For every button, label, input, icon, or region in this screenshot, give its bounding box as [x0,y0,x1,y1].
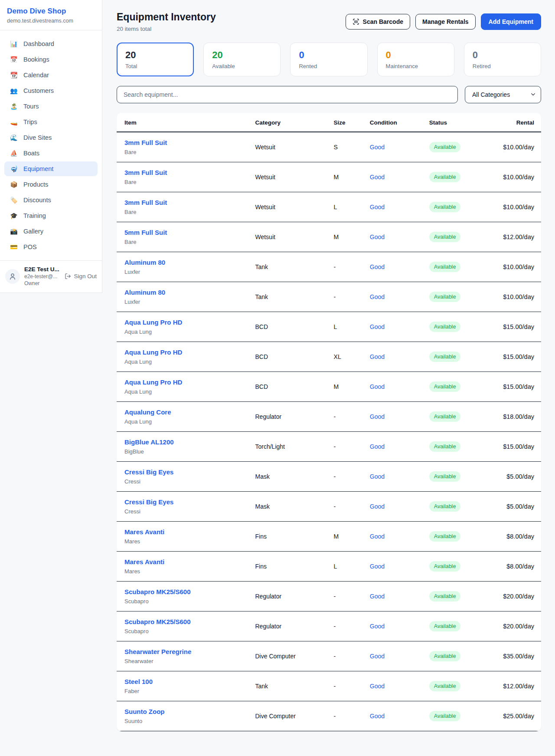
item-link[interactable]: Aqua Lung Pro HD [124,319,182,326]
stat-card-rented[interactable]: 0 Rented [290,43,367,76]
products-icon: 📦 [10,181,18,187]
search-input[interactable] [117,86,458,103]
cell-condition: Good [363,462,422,492]
item-link[interactable]: Scubapro MK25/S600 [124,588,191,595]
cell-condition: Good [363,402,422,432]
condition-link[interactable]: Good [370,653,385,660]
category-select[interactable]: All Categories [465,86,541,103]
condition-link[interactable]: Good [370,473,385,480]
item-link[interactable]: 3mm Full Suit [124,169,167,176]
item-link[interactable]: 3mm Full Suit [124,199,167,206]
cell-category: Torch/Light [248,432,326,462]
condition-link[interactable]: Good [370,713,385,720]
table-row: Aqua Lung Pro HD Aqua Lung BCD M Good Av… [117,372,541,402]
cell-item: Mares Avanti Mares [117,522,248,552]
condition-link[interactable]: Good [370,323,385,330]
item-link[interactable]: Suunto Zoop [124,708,164,715]
item-link[interactable]: Aqualung Core [124,408,171,416]
sidebar-item-discounts[interactable]: 🏷️ Discounts [4,193,98,207]
cell-category: Wetsuit [248,132,326,162]
item-link[interactable]: Scubapro MK25/S600 [124,618,191,625]
item-link[interactable]: Aqua Lung Pro HD [124,378,182,386]
condition-link[interactable]: Good [370,503,385,510]
table-row: Suunto Zoop Suunto Dive Computer - Good … [117,701,541,731]
brand-box: Demo Dive Shop demo.test.divestreams.com [0,0,102,30]
item-link[interactable]: 5mm Full Suit [124,229,167,236]
condition-link[interactable]: Good [370,623,385,630]
item-link[interactable]: Cressi Big Eyes [124,498,173,506]
sidebar-item-boats[interactable]: ⛵ Boats [4,146,98,161]
stat-label: Maintenance [386,63,446,69]
item-link[interactable]: 3mm Full Suit [124,139,167,146]
sidebar-item-tours[interactable]: 🏝️ Tours [4,99,98,114]
sidebar-item-dashboard[interactable]: 📊 Dashboard [4,36,98,51]
cell-condition: Good [363,282,422,312]
condition-link[interactable]: Good [370,533,385,540]
condition-link[interactable]: Good [370,443,385,450]
condition-link[interactable]: Good [370,383,385,390]
status-badge: Available [429,681,461,691]
condition-link[interactable]: Good [370,204,385,210]
condition-link[interactable]: Good [370,683,385,690]
condition-link[interactable]: Good [370,563,385,570]
cell-status: Available [422,522,477,552]
sidebar-item-trips[interactable]: 🚤 Trips [4,115,98,129]
equipment-table-card: Item Category Size Condition Status Rent… [117,113,541,731]
sidebar-item-customers[interactable]: 👥 Customers [4,83,98,98]
condition-link[interactable]: Good [370,263,385,270]
stat-card-available[interactable]: 20 Available [203,43,281,76]
sidebar-item-bookings[interactable]: 📅 Bookings [4,52,98,67]
cell-item: Aqualung Core Aqua Lung [117,402,248,432]
item-link[interactable]: Shearwater Peregrine [124,648,191,655]
item-link[interactable]: Cressi Big Eyes [124,468,173,476]
sidebar-item-products[interactable]: 📦 Products [4,177,98,192]
item-link[interactable]: Aqua Lung Pro HD [124,348,182,356]
status-badge: Available [429,531,461,542]
item-link[interactable]: Aluminum 80 [124,289,165,296]
cell-item: BigBlue AL1200 BigBlue [117,432,248,462]
condition-link[interactable]: Good [370,593,385,600]
add-equipment-button[interactable]: Add Equipment [481,13,541,30]
stat-card-total[interactable]: 20 Total [117,43,194,76]
cell-size: L [327,192,363,222]
sidebar-item-gallery[interactable]: 📸 Gallery [4,224,98,239]
sidebar-item-equipment[interactable]: 🤿 Equipment [4,161,98,176]
sidebar-item-label: Training [23,212,46,219]
table-row: 3mm Full Suit Bare Wetsuit S Good Availa… [117,132,541,162]
condition-link[interactable]: Good [370,144,385,151]
scan-barcode-button[interactable]: Scan Barcode [346,14,410,30]
sidebar-item-dive-sites[interactable]: 🌊 Dive Sites [4,130,98,145]
item-brand: Luxfer [124,269,241,275]
stat-card-retired[interactable]: 0 Retired [464,43,541,76]
item-link[interactable]: Steel 100 [124,678,153,685]
sidebar-item-training[interactable]: 🎓 Training [4,208,98,223]
cell-status: Available [422,252,477,282]
status-badge: Available [429,561,461,572]
cell-status: Available [422,312,477,342]
item-link[interactable]: Mares Avanti [124,528,164,536]
condition-link[interactable]: Good [370,174,385,181]
sidebar: Demo Dive Shop demo.test.divestreams.com… [0,0,102,293]
condition-link[interactable]: Good [370,233,385,240]
cell-status: Available [422,462,477,492]
cell-category: Tank [248,252,326,282]
condition-link[interactable]: Good [370,353,385,360]
sidebar-item-label: Bookings [23,56,49,63]
stat-value: 20 [125,49,185,61]
column-header-rental: Rental [477,113,541,132]
item-link[interactable]: BigBlue AL1200 [124,438,174,446]
sidebar-item-calendar[interactable]: 📆 Calendar [4,68,98,82]
discounts-icon: 🏷️ [10,197,18,203]
sign-out-button[interactable]: Sign Out [65,273,97,279]
cell-size: - [327,671,363,701]
item-link[interactable]: Mares Avanti [124,558,164,565]
column-header-item: Item [117,113,248,132]
condition-link[interactable]: Good [370,293,385,300]
manage-rentals-button[interactable]: Manage Rentals [415,14,476,30]
stat-card-maintenance[interactable]: 0 Maintenance [377,43,454,76]
condition-link[interactable]: Good [370,413,385,420]
item-brand: Aqua Lung [124,388,241,395]
item-link[interactable]: Aluminum 80 [124,259,165,266]
sidebar-item-pos[interactable]: 💳 POS [4,240,98,254]
cell-category: Wetsuit [248,162,326,192]
